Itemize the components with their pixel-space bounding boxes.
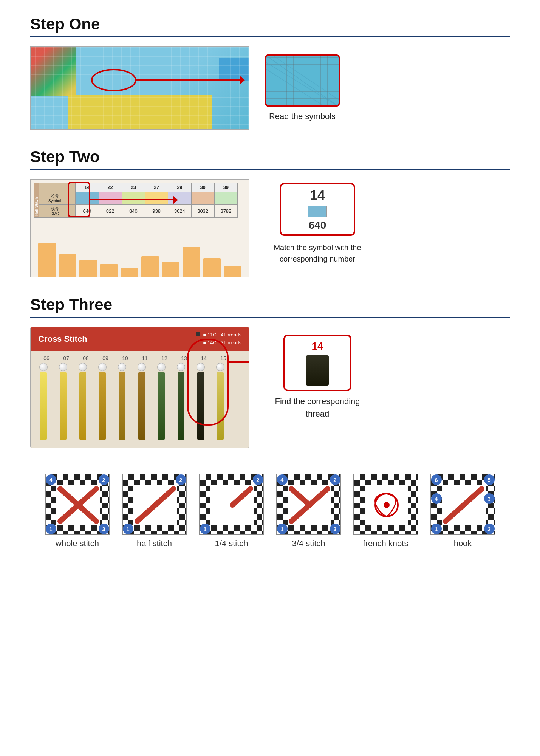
tnum-07: 07 xyxy=(56,355,76,361)
num-1-quarter: 1 xyxy=(200,524,210,534)
num-3-hook: 3 xyxy=(484,493,495,504)
num-1-half: 1 xyxy=(123,524,133,534)
tnum-11: 11 xyxy=(135,355,155,361)
chart-pointer-arrow xyxy=(173,195,178,204)
svg-point-11 xyxy=(384,502,390,508)
strand-08 xyxy=(79,372,86,440)
bar-4 xyxy=(100,264,118,277)
bar-2 xyxy=(59,254,77,277)
step-one-side: Read the symbols xyxy=(265,46,340,122)
thread-09 xyxy=(93,363,112,440)
step-two-caption: Match the symbol with the corresponding … xyxy=(265,242,370,265)
num-1-tq: 1 xyxy=(277,524,288,534)
num-5-hook: 5 xyxy=(484,474,495,485)
stitch-item-quarter: 2 1 1/4 stitch xyxy=(199,474,264,548)
bar-8 xyxy=(183,247,200,277)
step-one-pattern-image xyxy=(30,46,249,130)
num-4-hook: 4 xyxy=(431,493,442,504)
sym-39 xyxy=(214,192,237,205)
step-two-chart-image: 14 22 23 27 29 30 39 符号Symbol xyxy=(30,179,249,277)
num-3-tq: 3 xyxy=(330,524,340,534)
dmc-22: 822 xyxy=(99,205,122,218)
step-two-zoom-box: 14 640 xyxy=(280,183,355,236)
dmc-14: 640 xyxy=(76,205,99,218)
svg-line-12 xyxy=(446,489,482,521)
num-6-hook: 6 xyxy=(431,474,442,485)
dmc-row: 线号DMC 640 822 840 938 3024 3032 3782 xyxy=(34,205,238,218)
chart-bars xyxy=(34,235,245,277)
bar-6 xyxy=(141,256,159,277)
stitch-item-threequarter: 4 2 1 3 3/4 stitch xyxy=(276,474,341,548)
num-2-whole: 2 xyxy=(99,474,109,485)
step-one-zoom-patch xyxy=(265,54,340,107)
step-three-zoom-box: 14 xyxy=(283,335,351,391)
col-14: 14 xyxy=(76,183,99,192)
step-one-pointer-arrow xyxy=(240,76,245,85)
stitch-item-french: french knots xyxy=(353,474,418,548)
strand-09 xyxy=(99,372,106,440)
tnum-08: 08 xyxy=(76,355,96,361)
bar-3 xyxy=(79,260,97,277)
tnum-10: 10 xyxy=(115,355,135,361)
strand-06 xyxy=(40,372,47,440)
bar-10 xyxy=(224,266,241,277)
col-22: 22 xyxy=(99,183,122,192)
col-27: 27 xyxy=(145,183,168,192)
ball-13 xyxy=(177,363,185,371)
step-three-caption: Find the corresponding thread xyxy=(265,395,370,420)
step-one-caption: Read the symbols xyxy=(269,111,336,122)
thread-10 xyxy=(112,363,132,440)
num-3-whole: 3 xyxy=(99,524,109,534)
zoom3-thread-preview xyxy=(306,355,329,386)
step-one-section: Step One xyxy=(30,15,510,130)
col-39: 39 xyxy=(214,183,237,192)
step-three-row: Cross Stitch ■ 11CT 4Threads ■ 14CT 2Thr… xyxy=(30,327,510,448)
step-three-title: Step Three xyxy=(30,296,510,314)
strand-13 xyxy=(178,372,184,440)
num-2-tq: 2 xyxy=(330,474,340,485)
strand-11 xyxy=(138,372,145,440)
whole-stitch-label: whole stitch xyxy=(56,539,99,548)
ball-12 xyxy=(157,363,166,371)
num-2-quarter: 2 xyxy=(253,474,263,485)
num-1-whole: 1 xyxy=(46,524,56,534)
hook-stitch-label: hook xyxy=(454,539,472,548)
step-two-row: 14 22 23 27 29 30 39 符号Symbol xyxy=(30,179,510,277)
dmc-23: 840 xyxy=(122,205,145,218)
stitch-item-whole: 4 2 1 3 whole stitch xyxy=(45,474,110,548)
ball-11 xyxy=(138,363,146,371)
step-two-section: Step Two 14 22 23 27 29 30 xyxy=(30,148,510,277)
sym-14 xyxy=(76,192,99,205)
label-symbol: 符号Symbol xyxy=(34,192,76,205)
bar-9 xyxy=(203,258,221,277)
zoom-number: 14 xyxy=(310,187,325,203)
svg-line-9 xyxy=(291,489,309,505)
thread-pointer-line xyxy=(229,361,249,363)
sym-27 xyxy=(145,192,168,205)
num-4: 4 xyxy=(46,474,56,485)
ball-08 xyxy=(79,363,87,371)
ball-06 xyxy=(39,363,48,371)
tq-cross-svg xyxy=(288,485,331,525)
ball-09 xyxy=(98,363,107,371)
legend-line1: ■ 11CT 4Threads xyxy=(196,331,241,339)
stitch-types-section: 4 2 1 3 whole stitch 2 1 half stitch xyxy=(30,466,510,548)
thread-07 xyxy=(53,363,73,440)
whole-stitch-panel: 4 2 1 3 xyxy=(45,474,110,535)
threequarter-stitch-panel: 4 2 1 3 xyxy=(276,474,341,535)
dmc-29: 3024 xyxy=(168,205,191,218)
ball-10 xyxy=(118,363,126,371)
symbol-row: 符号Symbol xyxy=(34,192,238,205)
dmc-30: 3032 xyxy=(191,205,214,218)
ball-07 xyxy=(59,363,67,371)
step-three-thread-image: Cross Stitch ■ 11CT 4Threads ■ 14CT 2Thr… xyxy=(30,327,249,448)
sym-23 xyxy=(122,192,145,205)
col-label xyxy=(34,183,76,192)
num-2-hook: 2 xyxy=(484,524,495,534)
step-one-row: Read the symbols xyxy=(30,46,510,130)
half-stitch-label: half stitch xyxy=(137,539,172,548)
stitch-row: 4 2 1 3 whole stitch 2 1 half stitch xyxy=(30,474,510,548)
zoom-color-swatch xyxy=(308,206,327,217)
hook-svg xyxy=(442,485,486,525)
half-cross-svg xyxy=(133,485,177,525)
